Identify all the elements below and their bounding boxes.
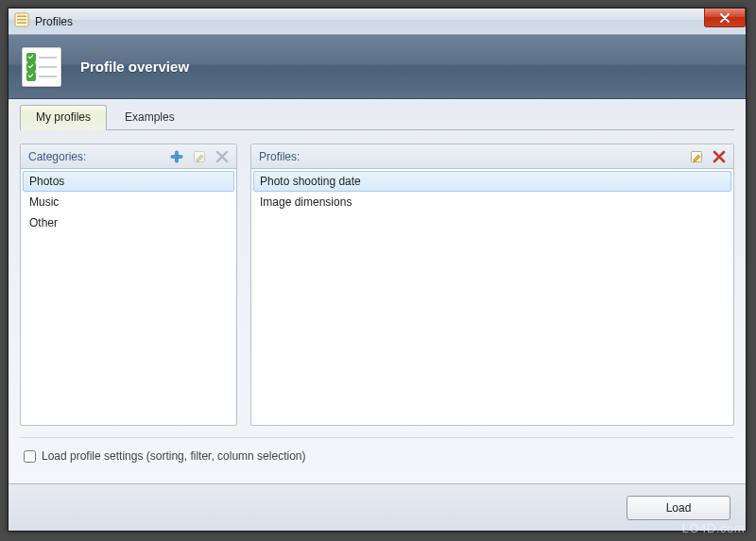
- category-item[interactable]: Photos: [23, 171, 234, 192]
- profiles-header-label: Profiles:: [259, 150, 300, 163]
- categories-list[interactable]: Photos Music Other: [21, 169, 236, 425]
- close-icon: [719, 13, 730, 23]
- category-item[interactable]: Music: [23, 192, 234, 212]
- svg-rect-2: [17, 19, 26, 21]
- edit-profile-button[interactable]: [686, 147, 707, 166]
- load-settings-label[interactable]: Load profile settings (sorting, filter, …: [42, 449, 305, 463]
- svg-rect-1: [17, 16, 26, 18]
- svg-rect-3: [17, 23, 26, 25]
- close-button[interactable]: [704, 8, 746, 27]
- categories-header-label: Categories:: [28, 150, 86, 163]
- delete-icon: [713, 150, 726, 163]
- category-item[interactable]: Other: [23, 212, 234, 233]
- delete-category-button[interactable]: [212, 147, 232, 166]
- load-settings-row: Load profile settings (sorting, filter, …: [20, 437, 734, 474]
- profile-item[interactable]: Photo shooting date: [253, 171, 731, 192]
- add-category-button[interactable]: [166, 147, 187, 166]
- tab-my-profiles[interactable]: My profiles: [20, 105, 107, 130]
- profiles-list[interactable]: Photo shooting date Image dimensions: [251, 169, 733, 425]
- checklist-icon: [22, 47, 61, 87]
- dialog-body: My profiles Examples Categories:: [9, 99, 746, 483]
- plus-icon: [169, 149, 184, 164]
- titlebar: Profiles: [9, 8, 746, 35]
- load-button[interactable]: Load: [627, 496, 730, 520]
- page-title: Profile overview: [80, 59, 189, 75]
- categories-header: Categories:: [21, 144, 236, 169]
- edit-icon: [689, 149, 704, 164]
- delete-icon: [215, 150, 229, 163]
- window-title: Profiles: [35, 15, 73, 28]
- profiles-panel: Profiles:: [250, 144, 734, 426]
- watermark: LO4D.com: [682, 521, 745, 535]
- tab-examples[interactable]: Examples: [109, 105, 191, 129]
- categories-panel: Categories:: [20, 144, 237, 426]
- dialog-footer: Load: [9, 483, 746, 531]
- delete-profile-button[interactable]: [709, 147, 730, 166]
- profile-item[interactable]: Image dimensions: [253, 192, 731, 212]
- profiles-header: Profiles:: [251, 144, 733, 169]
- tab-content: Categories:: [20, 130, 734, 483]
- load-settings-checkbox[interactable]: [24, 450, 36, 463]
- profiles-dialog: Profiles Profile overview My profiles Ex…: [8, 8, 747, 532]
- header-banner: Profile overview: [9, 35, 746, 99]
- edit-icon: [192, 149, 207, 164]
- app-icon: [14, 12, 29, 30]
- tabstrip: My profiles Examples: [20, 99, 734, 130]
- svg-rect-5: [171, 155, 182, 158]
- edit-category-button[interactable]: [189, 147, 210, 166]
